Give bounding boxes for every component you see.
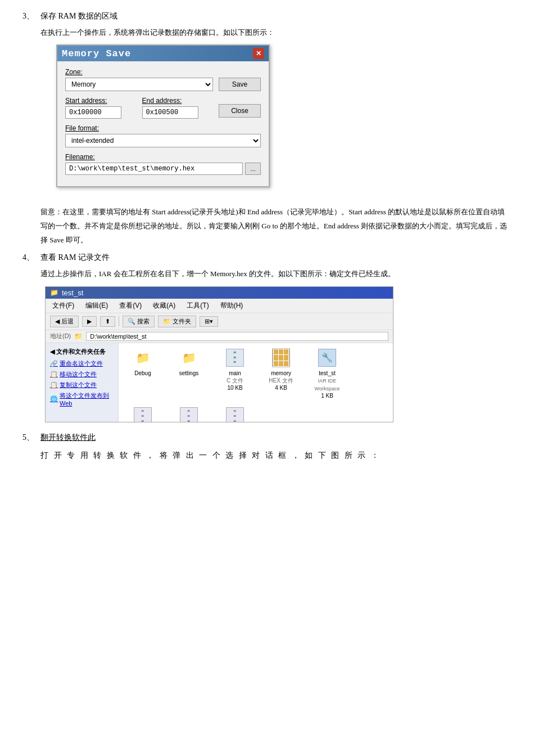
sidebar-arrow-icon: ◀ [50, 348, 55, 356]
file-format-label: File format: [65, 124, 261, 132]
step-4-desc: 通过上步操作后，IAR 会在工程所在名目下，增一个 Memory.hex 的文件… [40, 267, 512, 280]
menu-favorites[interactable]: 收藏(A) [151, 300, 178, 312]
explorer-files: 📁 Debug 📁 settings ≡≡≡ [119, 343, 393, 422]
link-icon-move: 📋 [50, 371, 58, 378]
note-text: 留意：在这里，需要填写的地址有 Start address(记录开头地址)和 E… [40, 205, 512, 247]
step-3: 3、 保存 RAM 数据的区域 在执行上一个操作后，系统将弹出记录数据的存储窗口… [22, 11, 512, 195]
explorer-title: test_st [62, 289, 83, 297]
file-settings-folder[interactable]: 📁 settings [169, 348, 209, 399]
back-icon: ◀ [55, 318, 60, 325]
workspace-label: test_stIAR IDE Workspace1 KB [307, 370, 347, 399]
step-3-title: 保存 RAM 数据的区域 [40, 11, 117, 21]
zone-label: Zone: [65, 68, 261, 76]
step-5-title-underline: 翻开转换软件此 [40, 433, 96, 442]
start-addr-label: Start address: [65, 97, 131, 105]
sidebar-link-publish[interactable]: 🌐 将这个文件发布到Web [50, 392, 114, 407]
memory-save-dialog: Memory Save ✕ Zone: Memory Save [56, 44, 270, 187]
main-c-label: mainC 文件10 KB [227, 370, 243, 392]
memory-hex-label: memoryHEX 文件4 KB [269, 370, 293, 392]
menu-help[interactable]: 帮助(H) [218, 300, 246, 312]
settings-folder-label: settings [179, 370, 198, 377]
step-5: 5、 翻开转换软件此 打 开 专 用 转 换 软 件 ， 将 弹 出 一 个 选… [22, 433, 512, 465]
file-memory-hex[interactable]: memoryHEX 文件4 KB [261, 348, 301, 399]
filename-input[interactable] [65, 163, 243, 175]
forward-button[interactable]: ▶ [82, 316, 97, 327]
explorer-menubar: 文件(F) 编辑(E) 查看(V) 收藏(A) 工具(T) 帮助(H) [46, 299, 393, 313]
up-button[interactable]: ⬆ [100, 316, 115, 327]
file-format-select[interactable]: intel-extended [65, 134, 261, 147]
view-icon: ⊞▾ [205, 318, 213, 325]
step-4: 4、 查看 RAM 记录文件 通过上步操作后，IAR 会在工程所在名目下，增一个… [22, 253, 512, 422]
file-format-select-wrap: intel-extended [65, 134, 261, 147]
address-label: 地址(D) [50, 332, 71, 340]
step-5-num: 5、 [22, 433, 36, 443]
end-addr-input[interactable] [142, 106, 198, 119]
sidebar-link-copy[interactable]: 📋 复制这个文件 [50, 381, 114, 389]
main-c-icon: ≡≡≡ [225, 348, 245, 368]
save-button[interactable]: Save [219, 78, 261, 91]
zone-select[interactable]: Memory [65, 78, 213, 91]
debug-folder-label: Debug [134, 370, 151, 377]
explorer-titlebar: 📁 test_st [46, 287, 393, 299]
start-addr-input[interactable] [65, 106, 121, 119]
explorer-content: ◀ 文件和文件夹任务 🔗 重命名这个文件 📋 移动这个文件 📋 复制这个文件 [46, 343, 393, 422]
settings-folder-icon: 📁 [179, 348, 199, 368]
ewp-icon: ≡≡≡ [225, 406, 245, 422]
search-label: 搜索 [137, 317, 150, 326]
file-main-c[interactable]: ≡≡≡ mainC 文件10 KB [215, 348, 255, 399]
back-button[interactable]: ◀ 后退 [50, 316, 79, 327]
back-label: 后退 [61, 317, 74, 326]
menu-tools[interactable]: 工具(T) [184, 300, 211, 312]
file-ewp[interactable]: ≡≡≡ test_st.ewpEWP 文件49 KB [215, 406, 255, 422]
dep-icon: ≡≡≡ [133, 406, 153, 422]
file-format-row: intel-extended [65, 134, 261, 147]
dialog-body: Zone: Memory Save Start address: [57, 61, 269, 186]
memory-hex-icon [271, 348, 291, 368]
link-icon-copy: 📋 [50, 381, 58, 389]
file-dep[interactable]: ≡≡≡ test_st.depDEP 文件2 KB [123, 406, 162, 422]
debug-folder-icon: 📁 [133, 348, 153, 368]
up-icon: ⬆ [105, 318, 110, 325]
folders-label: 文件夹 [173, 317, 191, 326]
explorer-sidebar: ◀ 文件和文件夹任务 🔗 重命名这个文件 📋 移动这个文件 📋 复制这个文件 [46, 343, 119, 422]
address-folder-icon: 📁 [74, 332, 83, 340]
dialog-title: Memory Save [62, 48, 131, 59]
search-button[interactable]: 🔍 搜索 [123, 316, 155, 327]
explorer-container: 📁 test_st 文件(F) 编辑(E) 查看(V) 收藏(A) 工具(T) … [45, 286, 512, 422]
step-5-header: 5、 翻开转换软件此 [22, 433, 512, 443]
file-debug-folder[interactable]: 📁 Debug [123, 348, 162, 399]
step-4-title: 查看 RAM 记录文件 [40, 253, 110, 263]
dialog-titlebar: Memory Save ✕ [57, 46, 269, 61]
filename-label: Filename: [65, 153, 261, 161]
zone-row: Memory Save [65, 78, 261, 91]
file-explorer: 📁 test_st 文件(F) 编辑(E) 查看(V) 收藏(A) 工具(T) … [45, 286, 393, 422]
view-button[interactable]: ⊞▾ [200, 316, 218, 327]
explorer-addressbar: 地址(D) 📁 D:\work\temp\test_st [46, 330, 393, 343]
step-3-num: 3、 [22, 11, 36, 21]
sidebar-link-rename[interactable]: 🔗 重命名这个文件 [50, 359, 114, 368]
menu-edit[interactable]: 编辑(E) [83, 300, 110, 312]
start-addr-field: Start address: [65, 97, 131, 119]
close-button[interactable]: Close [219, 104, 261, 118]
workspace-icon: 🔧 [317, 348, 337, 368]
folders-button[interactable]: 📁 文件夹 [158, 316, 196, 327]
menu-view[interactable]: 查看(V) [117, 300, 144, 312]
address-path[interactable]: D:\work\temp\test_st [86, 332, 388, 341]
memory-save-dialog-container: Memory Save ✕ Zone: Memory Save [56, 44, 270, 187]
end-addr-label: End address: [142, 97, 208, 105]
file-workspace[interactable]: 🔧 test_stIAR IDE Workspace1 KB [307, 348, 347, 399]
explorer-toolbar: ◀ 后退 ▶ ⬆ 🔍 搜索 📁 文件夹 [46, 313, 393, 330]
filename-row: ... [65, 163, 261, 175]
hex-grid-icon [273, 348, 289, 367]
sidebar-link-move[interactable]: 📋 移动这个文件 [50, 370, 114, 379]
file-ewd[interactable]: ≡≡≡ test_st.ewdEWD 文件51 KB [169, 406, 209, 422]
step-5-title: 翻开转换软件此 [40, 433, 96, 443]
link-icon-publish: 🌐 [50, 395, 58, 403]
sidebar-section-title: ◀ 文件和文件夹任务 [50, 348, 114, 356]
menu-file[interactable]: 文件(F) [50, 300, 76, 312]
link-icon-rename: 🔗 [50, 360, 58, 367]
search-icon: 🔍 [128, 318, 135, 325]
dialog-close-icon[interactable]: ✕ [253, 48, 264, 59]
browse-button[interactable]: ... [245, 163, 261, 175]
address-row: Start address: End address: Close [65, 97, 261, 119]
